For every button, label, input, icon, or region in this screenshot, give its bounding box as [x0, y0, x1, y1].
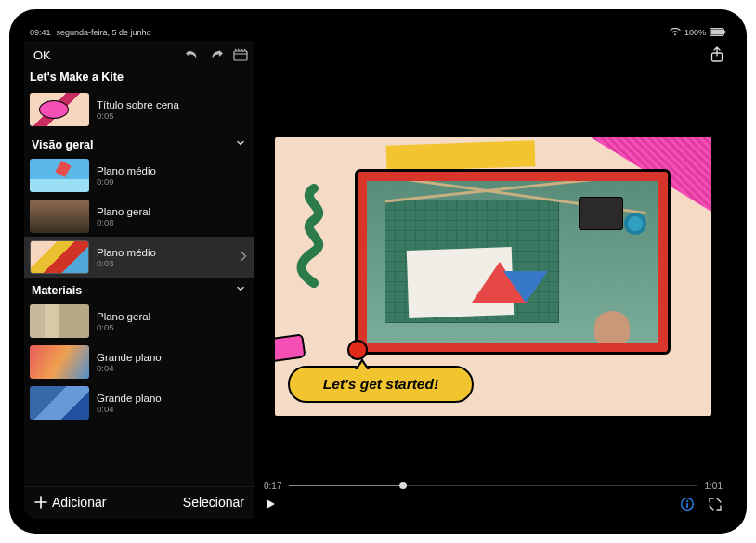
clip-thumbnail — [30, 386, 89, 420]
video-frame — [355, 169, 671, 355]
ipad-frame: 09:41 segunda-feira, 5 de junho 100% OK — [9, 9, 747, 534]
speech-bubble: Let's get started! — [288, 366, 474, 403]
svg-rect-7 — [686, 503, 688, 508]
redo-icon[interactable] — [209, 48, 224, 61]
time-current: 0:17 — [264, 481, 281, 491]
screen: 09:41 segunda-feira, 5 de junho 100% OK — [24, 24, 732, 519]
svg-rect-1 — [711, 29, 723, 34]
clip-duration: 0:08 — [97, 217, 150, 227]
clip-label: Plano médio — [97, 247, 156, 258]
status-bar: 09:41 segunda-feira, 5 de junho 100% — [24, 24, 732, 41]
clip-thumbnail — [30, 345, 89, 379]
clip-item[interactable]: Plano médio0:09 — [24, 155, 254, 196]
decor-squiggle — [286, 184, 342, 295]
svg-point-6 — [686, 500, 688, 502]
undo-icon[interactable] — [185, 48, 200, 61]
clip-item[interactable]: Grande plano0:04 — [24, 342, 254, 382]
clip-item[interactable]: Plano geral0:08 — [24, 196, 254, 237]
ok-button[interactable]: OK — [30, 46, 55, 64]
section-title: Materiais — [32, 284, 82, 297]
clip-item[interactable]: Título sobre cena 0:05 — [24, 87, 254, 132]
share-icon[interactable] — [710, 46, 724, 63]
decor-tape — [386, 140, 536, 172]
add-button-label: Adicionar — [52, 495, 106, 510]
clip-label: Plano médio — [97, 165, 156, 176]
clip-duration: 0:09 — [97, 176, 156, 187]
clip-item[interactable]: Grande plano0:04 — [24, 382, 254, 423]
add-button[interactable]: Adicionar — [33, 495, 106, 510]
clip-label: Plano geral — [97, 311, 150, 322]
section-title: Visão geral — [32, 138, 93, 151]
clip-list: Título sobre cena 0:05 Visão geralPlano … — [24, 87, 254, 486]
fullscreen-icon[interactable] — [708, 497, 723, 511]
clip-duration: 0:05 — [97, 110, 179, 121]
play-icon[interactable] — [264, 498, 277, 511]
clip-duration: 0:04 — [97, 404, 162, 414]
chevron-down-icon — [235, 137, 246, 151]
clip-item[interactable]: Plano geral0:05 — [24, 301, 254, 342]
info-icon[interactable] — [680, 497, 695, 511]
plus-icon — [33, 495, 48, 510]
select-button[interactable]: Selecionar — [183, 495, 244, 510]
clip-duration: 0:03 — [97, 258, 156, 268]
clip-duration: 0:05 — [97, 322, 150, 332]
decor-strip — [275, 333, 306, 362]
preview-area: Let's get started! 0:17 1:01 — [254, 41, 732, 519]
project-title: Let's Make a Kite — [24, 69, 254, 87]
clip-label: Grande plano — [97, 393, 162, 404]
clip-thumbnail — [30, 93, 89, 126]
decor-dot — [347, 340, 368, 360]
storyboard-icon[interactable] — [233, 48, 248, 61]
clip-label: Grande plano — [97, 352, 162, 363]
status-time: 09:41 — [30, 28, 51, 37]
clip-duration: 0:04 — [97, 363, 162, 373]
bubble-text: Let's get started! — [323, 376, 438, 393]
clip-thumbnail — [30, 159, 89, 192]
clip-label: Plano geral — [97, 206, 150, 217]
chevron-down-icon — [235, 283, 246, 297]
section-header[interactable]: Visão geral — [24, 132, 254, 155]
battery-percent: 100% — [684, 28, 706, 37]
battery-icon — [710, 28, 726, 38]
svg-rect-3 — [234, 51, 247, 60]
sidebar: OK Let's Make a Kite — [24, 41, 254, 519]
status-date: segunda-feira, 5 de junho — [57, 28, 151, 37]
clip-label: Título sobre cena — [97, 99, 179, 110]
section-header[interactable]: Materiais — [24, 278, 254, 301]
scrubber[interactable] — [289, 478, 697, 493]
clip-item[interactable]: Plano médio0:03 — [24, 237, 254, 278]
video-preview[interactable]: Let's get started! — [275, 137, 711, 416]
clip-thumbnail — [30, 304, 89, 338]
wifi-icon — [670, 28, 681, 38]
clip-thumbnail — [30, 200, 89, 233]
chevron-right-icon — [239, 249, 248, 265]
svg-rect-2 — [724, 30, 725, 32]
transport-bar: 0:17 1:01 — [254, 474, 732, 519]
time-total: 1:01 — [705, 481, 723, 491]
clip-thumbnail — [30, 240, 89, 274]
